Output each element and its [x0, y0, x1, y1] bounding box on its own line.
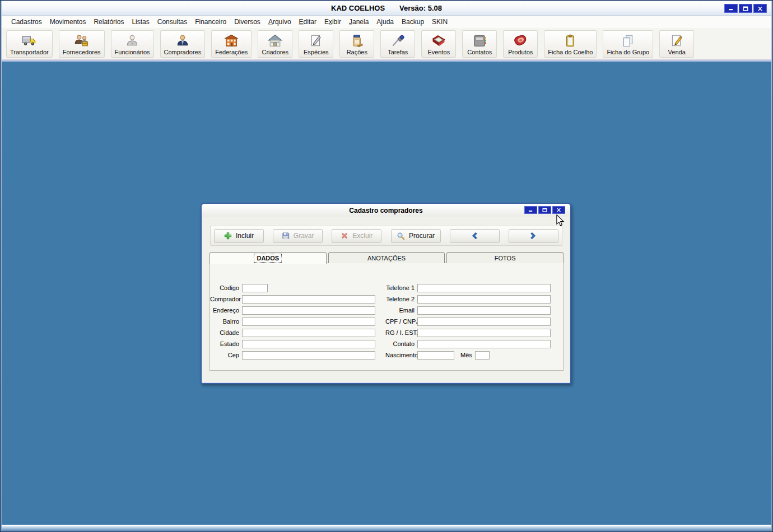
- bairro-field[interactable]: [242, 318, 375, 326]
- telefone1-field[interactable]: [417, 284, 551, 292]
- menu-backup[interactable]: Backup: [398, 16, 428, 27]
- toolbar-label: Fornecedores: [63, 49, 101, 56]
- maximize-icon: [542, 208, 547, 212]
- bairro-label: Bairro: [210, 318, 242, 325]
- feed-jar-icon: [350, 33, 364, 49]
- maximize-button[interactable]: [739, 4, 752, 13]
- toolbar-funcionarios-button[interactable]: Funcionários: [111, 30, 154, 58]
- dialog-titlebar[interactable]: Cadastro compradores: [202, 204, 570, 217]
- cidade-label: Cidade: [210, 329, 242, 336]
- form-right-column: Telefone 1 Telefone 2 Email CPF / CNPJ R…: [385, 282, 551, 361]
- menu-ajuda[interactable]: Ajuda: [372, 16, 398, 27]
- nascimento-field[interactable]: [417, 351, 454, 360]
- gravar-button[interactable]: Gravar: [273, 229, 323, 243]
- menu-listas[interactable]: Listas: [128, 16, 153, 27]
- meat-icon: [513, 33, 528, 49]
- contato-field[interactable]: [417, 340, 551, 348]
- dialog-title: Cadastro compradores: [349, 207, 422, 214]
- truck-icon: [21, 33, 37, 49]
- toolbar-label: Contatos: [467, 49, 492, 56]
- toolbar-federacoes-button[interactable]: Federações: [211, 30, 252, 58]
- close-icon: [556, 208, 561, 212]
- rg-iest-label: RG / I. EST.: [385, 329, 417, 336]
- menu-exibir[interactable]: Exibir: [320, 16, 345, 27]
- toolbar-ficha-do-grupo-button[interactable]: Ficha do Grupo: [603, 30, 653, 58]
- endereco-label: Endereço: [210, 307, 242, 314]
- toolbar-fornecedores-button[interactable]: Fornecedores: [59, 30, 105, 58]
- app-title: KAD COELHOS: [331, 4, 385, 12]
- cep-field[interactable]: [242, 351, 375, 360]
- toolbar-tarefas-button[interactable]: Tarefas: [380, 30, 415, 58]
- search-icon: [397, 232, 405, 240]
- clipboard-icon: [563, 33, 578, 49]
- plus-icon: [224, 232, 232, 240]
- toolbar-label: Federações: [215, 49, 248, 56]
- estado-field[interactable]: [242, 340, 375, 348]
- address-book-icon: [472, 33, 487, 49]
- toolbar-label: Ficha do Coelho: [548, 49, 593, 56]
- toolbar-label: Rações: [347, 49, 367, 56]
- telefone1-label: Telefone 1: [385, 284, 417, 291]
- menu-movimentos[interactable]: Movimentos: [46, 16, 90, 27]
- menu-cadastros[interactable]: Cadastros: [7, 16, 46, 27]
- toolbar-label: Ficha do Grupo: [607, 49, 649, 56]
- dialog-minimize-button[interactable]: [524, 206, 537, 214]
- toolbar-label: Eventos: [427, 49, 450, 56]
- cpf-cnpj-field[interactable]: [417, 318, 551, 326]
- procurar-button[interactable]: Procurar: [391, 229, 441, 243]
- procurar-label: Procurar: [409, 232, 435, 240]
- toolbar-label: Tarefas: [388, 49, 408, 56]
- codigo-field[interactable]: [242, 284, 268, 292]
- chevron-left-icon: [471, 232, 478, 240]
- menu-editar[interactable]: Editar: [295, 16, 320, 27]
- rg-iest-field[interactable]: [417, 329, 551, 337]
- delete-x-icon: [341, 232, 348, 240]
- incluir-button[interactable]: Incluir: [214, 229, 264, 243]
- menu-bar: Cadastros Movimentos Relatórios Listas C…: [2, 16, 771, 28]
- toolbar-eventos-button[interactable]: Eventos: [421, 30, 456, 58]
- menu-relatorios[interactable]: Relatórios: [90, 16, 128, 27]
- telefone2-field[interactable]: [417, 295, 551, 304]
- menu-arquivo[interactable]: Arquivo: [264, 16, 295, 27]
- mes-field[interactable]: [475, 351, 490, 360]
- tab-dados[interactable]: DADOS: [209, 252, 327, 264]
- dialog-close-button[interactable]: [552, 206, 565, 214]
- menu-financeiro[interactable]: Financeiro: [191, 16, 230, 27]
- next-record-button[interactable]: [509, 229, 558, 243]
- building-icon: [223, 33, 239, 49]
- minimize-button[interactable]: [724, 4, 738, 13]
- toolbar-label: Transportador: [10, 49, 49, 56]
- menu-skin[interactable]: SKIN: [428, 16, 451, 27]
- tab-anotacoes-label: ANOTAÇÕES: [367, 255, 406, 262]
- previous-record-button[interactable]: [450, 229, 500, 243]
- comprador-field[interactable]: [242, 295, 375, 304]
- gravar-label: Gravar: [294, 232, 314, 240]
- menu-consultas[interactable]: Consultas: [153, 16, 191, 27]
- close-button[interactable]: [753, 4, 767, 13]
- excluir-button[interactable]: Excluir: [332, 229, 381, 243]
- tab-anotacoes[interactable]: ANOTAÇÕES: [328, 252, 445, 263]
- sheets-icon: [621, 33, 635, 49]
- menu-janela[interactable]: Janela: [345, 16, 372, 27]
- tab-fotos[interactable]: FOTOS: [446, 252, 564, 263]
- save-floppy-icon: [282, 232, 290, 240]
- toolbar-produtos-button[interactable]: Produtos: [503, 30, 538, 58]
- menu-diversos[interactable]: Diversos: [230, 16, 264, 27]
- toolbar-criadores-button[interactable]: Criadores: [258, 30, 292, 58]
- telefone2-label: Telefone 2: [385, 296, 417, 302]
- toolbar-ficha-do-coelho-button[interactable]: Ficha do Coelho: [544, 30, 597, 58]
- buyer-person-icon: [175, 33, 190, 49]
- endereco-field[interactable]: [242, 306, 375, 315]
- toolbar-compradores-button[interactable]: Compradores: [160, 30, 206, 58]
- dialog-window-controls: [524, 206, 565, 214]
- toolbar-venda-button[interactable]: Venda: [659, 30, 694, 58]
- cpf-cnpj-label: CPF / CNPJ: [385, 318, 417, 325]
- toolbar-label: Produtos: [508, 49, 533, 56]
- email-field[interactable]: [417, 306, 551, 315]
- toolbar-especies-button[interactable]: Espécies: [299, 30, 333, 58]
- toolbar-contatos-button[interactable]: Contatos: [462, 30, 497, 58]
- cidade-field[interactable]: [242, 329, 375, 337]
- toolbar-transportador-button[interactable]: Transportador: [6, 30, 53, 58]
- toolbar-racoes-button[interactable]: Rações: [339, 30, 374, 58]
- dialog-maximize-button[interactable]: [538, 206, 551, 214]
